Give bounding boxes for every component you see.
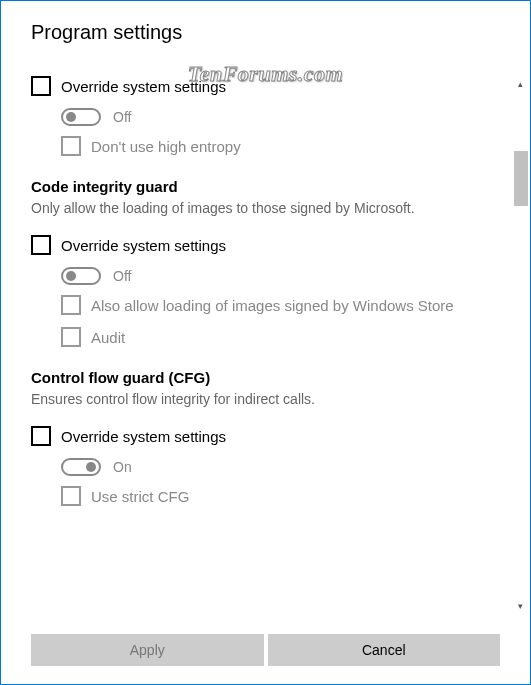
override-checkbox[interactable] — [31, 235, 51, 255]
override-label: Override system settings — [61, 237, 226, 254]
scroll-down-arrow-icon[interactable]: ▾ — [512, 598, 528, 614]
settings-scroll-area: Override system settings Off Don't use h… — [31, 76, 510, 614]
override-label: Override system settings — [61, 78, 226, 95]
override-checkbox[interactable] — [31, 426, 51, 446]
section-heading: Control flow guard (CFG) — [31, 369, 510, 386]
toggle-switch[interactable] — [61, 267, 101, 285]
toggle-switch[interactable] — [61, 108, 101, 126]
option-checkbox[interactable] — [61, 486, 81, 506]
option-row: Use strict CFG — [61, 486, 510, 506]
option-row: Audit — [61, 327, 510, 347]
option-row: Also allow loading of images signed by W… — [61, 295, 510, 315]
scroll-up-arrow-icon[interactable]: ▴ — [512, 76, 528, 92]
scrollbar-thumb[interactable] — [514, 151, 528, 206]
override-row: Override system settings — [31, 426, 510, 446]
option-label: Don't use high entropy — [91, 138, 241, 155]
toggle-state-label: On — [113, 459, 132, 475]
toggle-knob — [86, 462, 96, 472]
settings-section: Override system settings Off Don't use h… — [31, 76, 510, 156]
option-row: Don't use high entropy — [61, 136, 510, 156]
toggle-knob — [66, 271, 76, 281]
toggle-state-label: Off — [113, 109, 131, 125]
section-description: Ensures control flow integrity for indir… — [31, 390, 510, 408]
apply-button[interactable]: Apply — [31, 634, 264, 666]
cancel-button[interactable]: Cancel — [268, 634, 501, 666]
toggle-state-label: Off — [113, 268, 131, 284]
option-checkbox[interactable] — [61, 327, 81, 347]
option-label: Also allow loading of images signed by W… — [91, 297, 454, 314]
option-label: Audit — [91, 329, 125, 346]
override-label: Override system settings — [61, 428, 226, 445]
option-checkbox[interactable] — [61, 136, 81, 156]
section-heading: Code integrity guard — [31, 178, 510, 195]
toggle-row: On — [61, 458, 510, 476]
toggle-row: Off — [61, 267, 510, 285]
section-description: Only allow the loading of images to thos… — [31, 199, 510, 217]
button-bar: Apply Cancel — [31, 634, 500, 666]
settings-section-cfg: Control flow guard (CFG) Ensures control… — [31, 369, 510, 506]
page-title: Program settings — [1, 1, 530, 44]
override-row: Override system settings — [31, 76, 510, 96]
option-label: Use strict CFG — [91, 488, 189, 505]
toggle-row: Off — [61, 108, 510, 126]
toggle-knob — [66, 112, 76, 122]
override-row: Override system settings — [31, 235, 510, 255]
option-checkbox[interactable] — [61, 295, 81, 315]
override-checkbox[interactable] — [31, 76, 51, 96]
toggle-switch[interactable] — [61, 458, 101, 476]
settings-section-code-integrity: Code integrity guard Only allow the load… — [31, 178, 510, 347]
